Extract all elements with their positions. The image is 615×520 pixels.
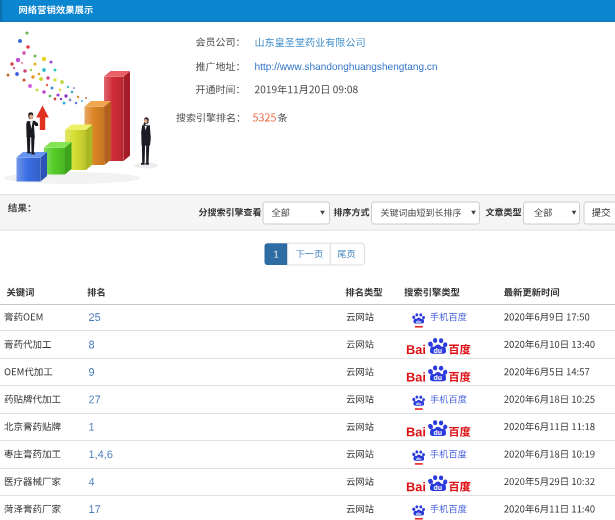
- svg-text:du: du: [416, 511, 422, 516]
- svg-text:du: du: [434, 429, 442, 436]
- svg-text:du: du: [434, 484, 442, 491]
- svg-text:du: du: [434, 347, 442, 354]
- svg-text:du: du: [434, 374, 442, 381]
- svg-text:du: du: [416, 401, 422, 406]
- svg-text:du: du: [416, 319, 422, 324]
- svg-text:du: du: [416, 456, 422, 461]
